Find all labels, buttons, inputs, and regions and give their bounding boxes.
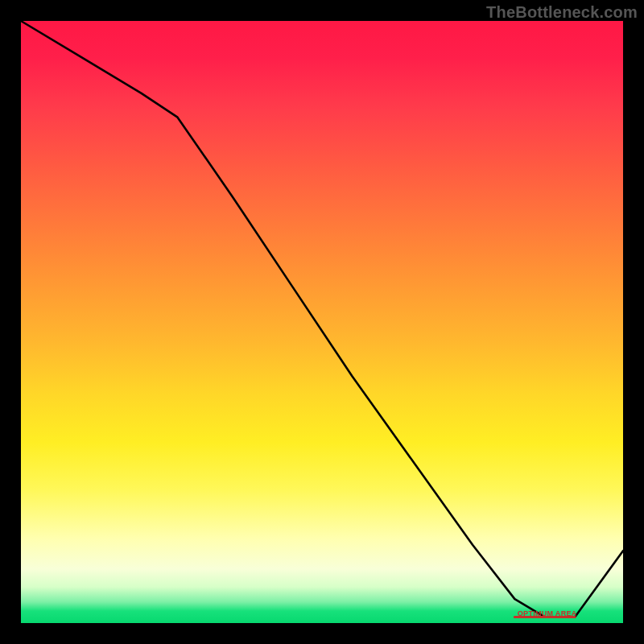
optimum-annotation: OPTIMUM AREA [518, 609, 577, 617]
watermark-text: TheBottleneck.com [486, 3, 638, 22]
chart-frame: TheBottleneck.com OPTIMUM AREA [0, 0, 644, 644]
plot-area: OPTIMUM AREA [21, 21, 623, 623]
bottleneck-curve [21, 21, 623, 623]
